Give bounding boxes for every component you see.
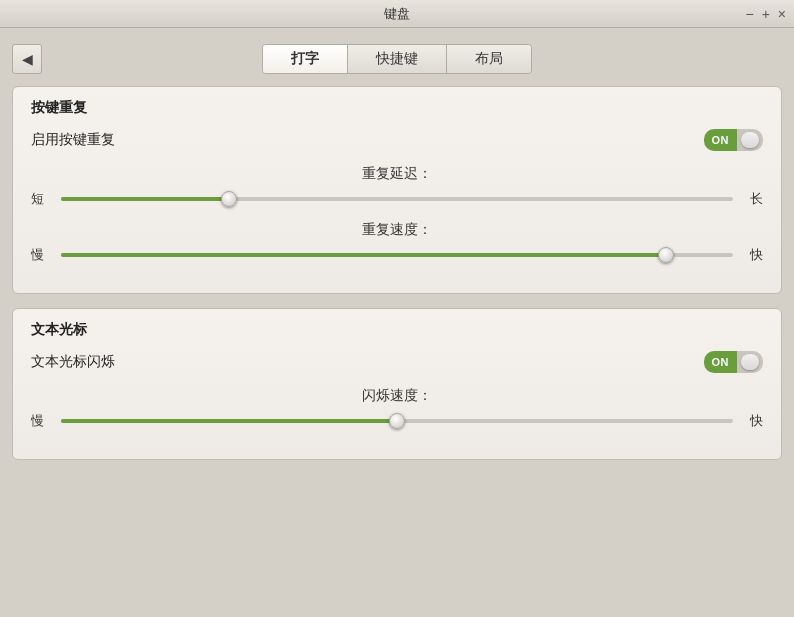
repeat-delay-left: 短 bbox=[31, 190, 51, 208]
blink-rate-section: 闪烁速度： 慢 快 bbox=[31, 387, 763, 431]
key-repeat-title: 按键重复 bbox=[31, 99, 763, 117]
main-content: ◀ 打字 快捷键 布局 按键重复 启用按键重复 ON bbox=[0, 28, 794, 486]
minimize-button[interactable]: − bbox=[745, 7, 753, 21]
blink-rate-track bbox=[61, 419, 733, 423]
repeat-delay-label: 重复延迟： bbox=[31, 165, 763, 183]
blink-rate-left: 慢 bbox=[31, 412, 51, 430]
blink-rate-label: 闪烁速度： bbox=[31, 387, 763, 405]
tabbar: ◀ 打字 快捷键 布局 bbox=[12, 44, 782, 74]
repeat-delay-thumb[interactable] bbox=[221, 191, 237, 207]
key-repeat-section: 按键重复 启用按键重复 ON 重复延迟： 短 bbox=[12, 86, 782, 294]
tab-layout[interactable]: 布局 bbox=[447, 45, 531, 73]
cursor-toggle-row: 文本光标闪烁 ON bbox=[31, 351, 763, 373]
cursor-toggle-off-area bbox=[737, 351, 763, 373]
blink-rate-thumb[interactable] bbox=[389, 413, 405, 429]
cursor-blink-toggle[interactable]: ON bbox=[704, 351, 764, 373]
repeat-rate-slider[interactable] bbox=[61, 245, 733, 265]
titlebar: 键盘 − + × bbox=[0, 0, 794, 28]
repeat-delay-slider[interactable] bbox=[61, 189, 733, 209]
blink-rate-row: 慢 快 bbox=[31, 411, 763, 431]
repeat-rate-section: 重复速度： 慢 快 bbox=[31, 221, 763, 265]
back-icon: ◀ bbox=[22, 51, 33, 67]
blink-rate-track-fill bbox=[61, 419, 397, 423]
repeat-delay-track bbox=[61, 197, 733, 201]
maximize-button[interactable]: + bbox=[762, 7, 770, 21]
repeat-rate-track bbox=[61, 253, 733, 257]
repeat-rate-right: 快 bbox=[743, 246, 763, 264]
key-repeat-label: 启用按键重复 bbox=[31, 131, 115, 149]
blink-rate-slider[interactable] bbox=[61, 411, 733, 431]
repeat-rate-row: 慢 快 bbox=[31, 245, 763, 265]
cursor-section: 文本光标 文本光标闪烁 ON 闪烁速度： 慢 bbox=[12, 308, 782, 460]
repeat-rate-thumb[interactable] bbox=[658, 247, 674, 263]
cursor-blink-label: 文本光标闪烁 bbox=[31, 353, 115, 371]
tab-group: 打字 快捷键 布局 bbox=[262, 44, 532, 74]
repeat-rate-left: 慢 bbox=[31, 246, 51, 264]
key-repeat-toggle[interactable]: ON bbox=[704, 129, 764, 151]
back-button[interactable]: ◀ bbox=[12, 44, 42, 74]
blink-rate-right: 快 bbox=[743, 412, 763, 430]
repeat-rate-track-fill bbox=[61, 253, 666, 257]
toggle-knob bbox=[741, 132, 759, 148]
cursor-toggle-on-label: ON bbox=[704, 351, 738, 373]
key-repeat-toggle-row: 启用按键重复 ON bbox=[31, 129, 763, 151]
tab-shortcuts[interactable]: 快捷键 bbox=[348, 45, 447, 73]
window-controls: − + × bbox=[745, 7, 786, 21]
repeat-rate-label: 重复速度： bbox=[31, 221, 763, 239]
close-button[interactable]: × bbox=[778, 7, 786, 21]
repeat-delay-track-fill bbox=[61, 197, 229, 201]
toggle-off-area bbox=[737, 129, 763, 151]
cursor-title: 文本光标 bbox=[31, 321, 763, 339]
window-title: 键盘 bbox=[384, 5, 410, 23]
repeat-delay-row: 短 长 bbox=[31, 189, 763, 209]
toggle-on-label: ON bbox=[704, 129, 738, 151]
tab-typing[interactable]: 打字 bbox=[263, 45, 348, 73]
repeat-delay-right: 长 bbox=[743, 190, 763, 208]
repeat-delay-section: 重复延迟： 短 长 bbox=[31, 165, 763, 209]
cursor-toggle-knob bbox=[741, 354, 759, 370]
